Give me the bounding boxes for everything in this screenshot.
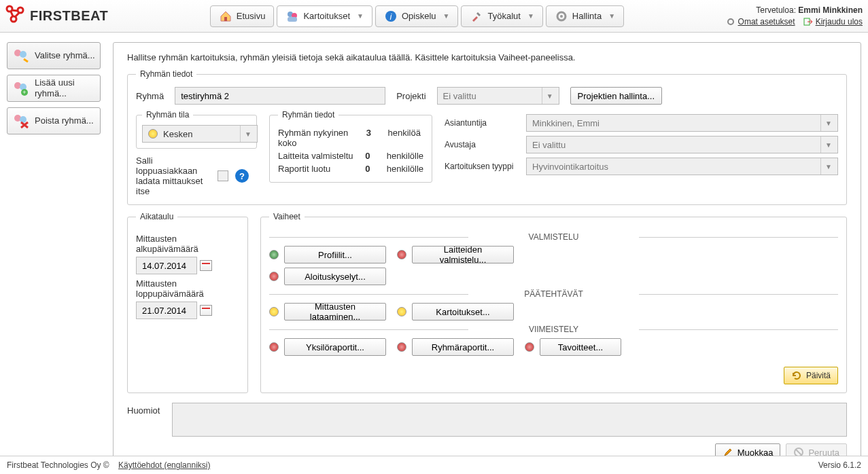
group-status-select[interactable]: Kesken ▼: [142, 125, 258, 143]
start-date-input[interactable]: [136, 257, 197, 274]
main-panel: Hallitse ryhmän kartoituksia, ryhmän yle…: [113, 42, 861, 471]
group-status-legend: Ryhmän tila: [142, 110, 193, 120]
expert-select[interactable]: Minkkinen, Emmi ▼: [526, 114, 838, 132]
refresh-icon: [791, 370, 802, 381]
individual-reports-button[interactable]: Yksilöraportit...: [284, 338, 386, 356]
refresh-button[interactable]: Päivitä: [784, 367, 838, 384]
logo-icon: [5, 5, 26, 27]
phases-legend: Vaiheet: [269, 212, 305, 221]
settings-link[interactable]: Omat asetukset: [726, 17, 795, 26]
welcome-text: Tervetuloa: Emmi Minkkinen: [726, 5, 863, 15]
info-value: 0: [365, 151, 376, 161]
sidebar-label: Lisää uusi ryhmä...: [35, 77, 96, 98]
sidebar-add-group[interactable]: + Lisää uusi ryhmä...: [7, 75, 101, 102]
manage-projects-button[interactable]: Projektien hallinta...: [570, 87, 662, 105]
people-select-icon: [12, 47, 29, 65]
info-unit: henkilölle: [387, 151, 423, 161]
status-dot-icon: [397, 307, 406, 316]
info-unit: henkilölle: [387, 164, 423, 174]
group-info-legend: Ryhmän tiedot: [278, 110, 338, 120]
logout-label[interactable]: Kirjaudu ulos: [816, 17, 863, 26]
tab-study[interactable]: i Opiskelu ▼: [375, 5, 458, 27]
tab-assessments[interactable]: Kartoitukset ▼: [277, 5, 372, 27]
allow-download-checkbox[interactable]: [218, 170, 228, 181]
end-date-input[interactable]: [136, 302, 197, 319]
chevron-down-icon: ▼: [820, 115, 832, 131]
info-unit: henkilöä: [388, 128, 424, 148]
group-status-fieldset: Ryhmän tila Kesken ▼: [136, 110, 257, 149]
surveys-button[interactable]: Aloituskyselyt...: [284, 268, 386, 285]
type-label: Kartoituksen tyyppi: [445, 162, 519, 171]
refresh-label: Päivitä: [806, 371, 831, 380]
sidebar-label: Poista ryhmä...: [35, 115, 94, 126]
status-dot-icon: [397, 250, 406, 259]
svg-text:+: +: [22, 89, 26, 96]
chevron-down-icon: ▼: [542, 88, 553, 104]
status-value: Kesken: [163, 129, 192, 139]
notes-label: Huomiot: [127, 403, 165, 416]
tab-home[interactable]: Etusivu: [210, 5, 275, 27]
start-date-label: Mittausten alkupäivämäärä: [136, 234, 239, 254]
devices-button[interactable]: Laitteiden valmistelu...: [412, 246, 514, 263]
tab-label: Etusivu: [237, 11, 266, 21]
tab-tools[interactable]: Työkalut ▼: [461, 5, 542, 27]
gear-icon: [726, 17, 735, 26]
main-tabs: Etusivu Kartoitukset ▼ i Opiskelu ▼ Työk…: [210, 5, 624, 27]
project-label: Projekti: [396, 91, 426, 101]
profiles-button[interactable]: Profiilit...: [284, 246, 386, 263]
goals-button[interactable]: Tavoitteet...: [540, 338, 621, 356]
help-icon[interactable]: ?: [235, 169, 249, 183]
status-dot-icon: [269, 272, 279, 281]
group-reports-button[interactable]: Ryhmäraportit...: [412, 338, 514, 356]
assistant-value: Ei valittu: [532, 140, 566, 150]
status-dot-icon: [269, 342, 279, 352]
assistant-select[interactable]: Ei valittu ▼: [526, 136, 838, 153]
status-dot-icon: [148, 129, 158, 139]
chevron-down-icon: ▼: [443, 12, 450, 20]
upload-button[interactable]: Mittausten lataaminen...: [284, 303, 386, 321]
sidebar-select-group[interactable]: Valitse ryhmä...: [7, 42, 101, 69]
sidebar-delete-group[interactable]: Poista ryhmä...: [7, 107, 101, 134]
status-dot-icon: [525, 342, 534, 352]
schedule-legend: Aikataulu: [136, 212, 177, 221]
settings-label[interactable]: Omat asetukset: [738, 17, 795, 26]
svg-point-14: [20, 51, 27, 58]
expert-label: Asiantuntija: [445, 118, 519, 128]
logout-link[interactable]: Kirjaudu ulos: [803, 17, 863, 26]
info-key: Raportit luotu: [278, 164, 354, 174]
group-name-input[interactable]: [175, 87, 385, 105]
calendar-icon[interactable]: [200, 260, 212, 271]
expert-value: Minkkinen, Emmi: [532, 118, 600, 128]
people-delete-icon: [12, 112, 29, 130]
footer-terms-link[interactable]: Käyttöehdot (englanniksi): [118, 460, 210, 470]
tab-admin[interactable]: Hallinta ▼: [546, 5, 624, 27]
tab-label: Hallinta: [572, 11, 602, 21]
assessments-button[interactable]: Kartoitukset...: [412, 303, 514, 321]
status-dot-icon: [269, 250, 279, 259]
project-select[interactable]: Ei valittu ▼: [437, 87, 559, 105]
svg-line-22: [796, 450, 801, 455]
phase-section-finish: VIIMEISTELY: [269, 325, 838, 334]
logout-icon: [803, 17, 813, 26]
info-row: Raportit luotu 0 henkilölle: [278, 164, 423, 174]
help-text: Hallitse ryhmän kartoituksia, ryhmän yle…: [127, 52, 847, 62]
group-details-fieldset: Ryhmän tiedot Ryhmä Projekti Ei valittu …: [127, 69, 847, 205]
phases-fieldset: Vaiheet VALMISTELU Profiilit... Laitteid…: [260, 212, 847, 393]
type-value: Hyvinvointikartoitus: [532, 162, 608, 172]
people-icon: [285, 10, 299, 23]
page-footer: Firstbeat Technologies Oy © Käyttöehdot …: [0, 456, 868, 474]
allow-download-label: Salli loppuasiakkaan ladata mittaukset i…: [136, 156, 211, 196]
sidebar: Valitse ryhmä... + Lisää uusi ryhmä... P…: [7, 42, 101, 471]
calendar-icon[interactable]: [200, 305, 212, 316]
type-select[interactable]: Hyvinvointikartoitus ▼: [526, 158, 838, 175]
welcome-prefix: Tervetuloa:: [756, 5, 796, 15]
svg-point-20: [20, 116, 27, 123]
notes-textarea[interactable]: [172, 403, 847, 437]
header-right: Tervetuloa: Emmi Minkkinen Omat asetukse…: [726, 5, 863, 26]
app-header: FIRSTBEAT Etusivu Kartoitukset ▼ i Opisk…: [0, 0, 868, 33]
home-icon: [219, 10, 232, 23]
welcome-user: Emmi Minkkinen: [798, 5, 863, 15]
info-icon: i: [384, 10, 398, 23]
end-date-label: Mittausten loppupäivämäärä: [136, 278, 239, 299]
status-dot-icon: [397, 342, 406, 352]
